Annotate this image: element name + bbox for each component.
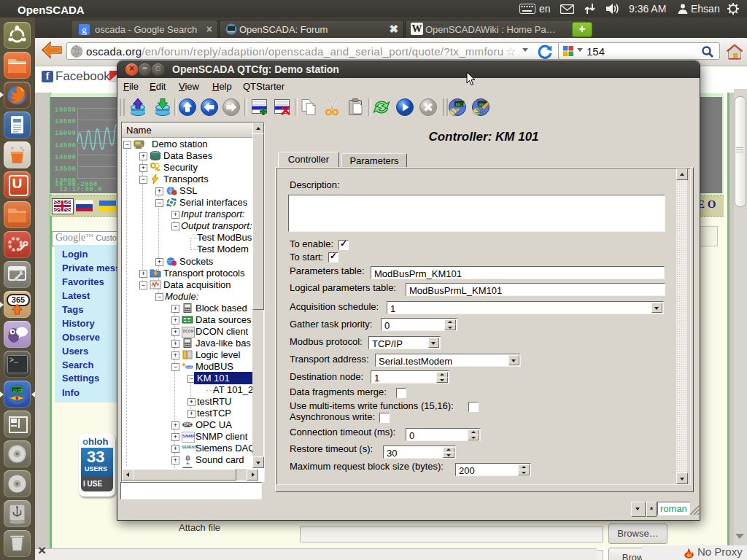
svg-text:ModBus: ModBus bbox=[186, 366, 193, 369]
svg-text:OPC: OPC bbox=[184, 423, 192, 427]
svg-text:12:17:00.0: 12:17:00.0 bbox=[59, 186, 102, 193]
svg-text:10:05: 10:05 bbox=[13, 388, 23, 392]
svg-text:88:8: 88:8 bbox=[456, 102, 465, 107]
